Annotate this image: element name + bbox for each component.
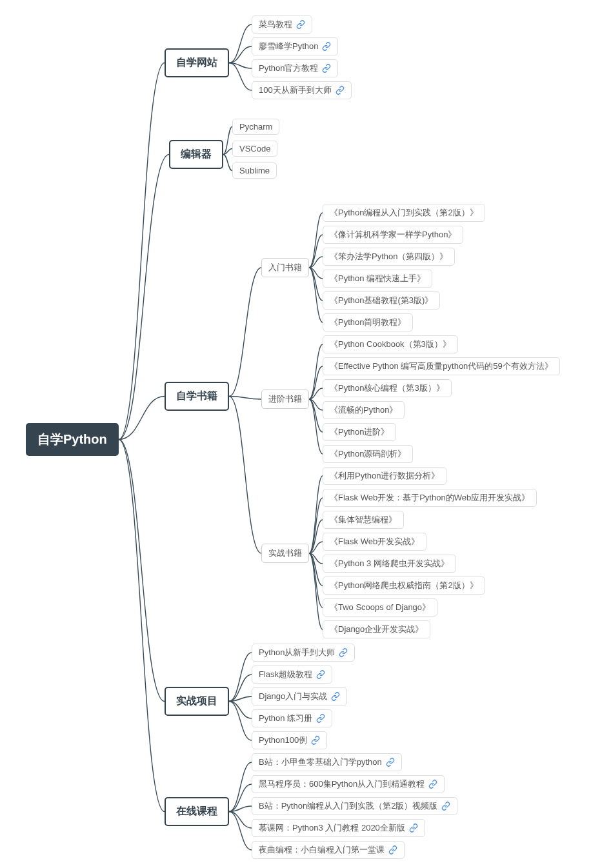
leaf-advanced-2: 《Python核心编程（第3版）》 xyxy=(323,379,452,397)
leaf-projects-1[interactable]: Flask超级教程 xyxy=(252,666,332,684)
leaf-websites-0[interactable]: 菜鸟教程 xyxy=(252,15,312,34)
leaf-advanced-3: 《流畅的Python》 xyxy=(323,401,405,419)
leaf-projects-0[interactable]: Python从新手到大师 xyxy=(252,644,355,662)
category-courses: 在线课程 xyxy=(165,797,229,826)
leaf-practice-5: 《Python网络爬虫权威指南（第2版）》 xyxy=(323,577,485,595)
leaf-courses-2[interactable]: B站：Python编程从入门到实践（第2版）视频版 xyxy=(252,797,457,815)
leaf-advanced-1: 《Effective Python 编写高质量python代码的59个有效方法》 xyxy=(323,357,560,375)
leaf-courses-1[interactable]: 黑马程序员：600集Python从入门到精通教程 xyxy=(252,775,445,793)
leaf-projects-2[interactable]: Django入门与实战 xyxy=(252,687,347,705)
leaf-advanced-0: 《Python Cookbook（第3版）》 xyxy=(323,335,458,353)
leaf-projects-4[interactable]: Python100例 xyxy=(252,731,327,749)
leaf-beginner-1: 《像计算机科学家一样学Python》 xyxy=(323,226,463,244)
leaf-projects-3[interactable]: Python 练习册 xyxy=(252,709,332,727)
leaf-practice-6: 《Two Scoops of Django》 xyxy=(323,598,437,616)
leaf-practice-0: 《利用Python进行数据分析》 xyxy=(323,467,446,485)
leaf-beginner-3: 《Python 编程快速上手》 xyxy=(323,270,432,288)
leaf-practice-1: 《Flask Web开发：基于Python的Web应用开发实战》 xyxy=(323,489,537,507)
leaf-websites-2[interactable]: Python官方教程 xyxy=(252,59,338,77)
leaf-editors-0: Pycharm xyxy=(232,119,279,135)
leaf-practice-4: 《Python 3 网络爬虫开发实战》 xyxy=(323,555,456,573)
leaf-editors-1: VSCode xyxy=(232,141,277,157)
leaf-beginner-5: 《Python简明教程》 xyxy=(323,313,413,331)
sub-practice: 实战书籍 xyxy=(261,544,309,563)
category-websites: 自学网站 xyxy=(165,48,229,77)
leaf-advanced-5: 《Python源码剖析》 xyxy=(323,445,413,463)
leaf-courses-3[interactable]: 慕课网：Python3 入门教程 2020全新版 xyxy=(252,819,425,837)
leaf-beginner-0: 《Python编程从入门到实践（第2版）》 xyxy=(323,204,485,222)
leaf-advanced-4: 《Python进阶》 xyxy=(323,423,396,441)
leaf-practice-2: 《集体智慧编程》 xyxy=(323,511,404,529)
root-node: 自学Python xyxy=(26,423,119,456)
category-projects: 实战项目 xyxy=(165,687,229,716)
leaf-beginner-4: 《Python基础教程(第3版)》 xyxy=(323,291,440,310)
leaf-beginner-2: 《笨办法学Python（第四版）》 xyxy=(323,248,455,266)
category-books: 自学书籍 xyxy=(165,382,229,411)
sub-advanced: 进阶书籍 xyxy=(261,390,309,409)
category-editors: 编辑器 xyxy=(169,140,223,169)
sub-beginner: 入门书籍 xyxy=(261,258,309,277)
leaf-editors-2: Sublime xyxy=(232,163,277,179)
leaf-websites-3[interactable]: 100天从新手到大师 xyxy=(252,81,352,99)
leaf-websites-1[interactable]: 廖雪峰学Python xyxy=(252,37,338,55)
leaf-courses-4[interactable]: 夜曲编程：小白编程入门第一堂课 xyxy=(252,841,405,859)
leaf-practice-3: 《Flask Web开发实战》 xyxy=(323,533,426,551)
leaf-courses-0[interactable]: B站：小甲鱼零基础入门学python xyxy=(252,753,402,771)
leaf-practice-7: 《Django企业开发实战》 xyxy=(323,620,430,638)
